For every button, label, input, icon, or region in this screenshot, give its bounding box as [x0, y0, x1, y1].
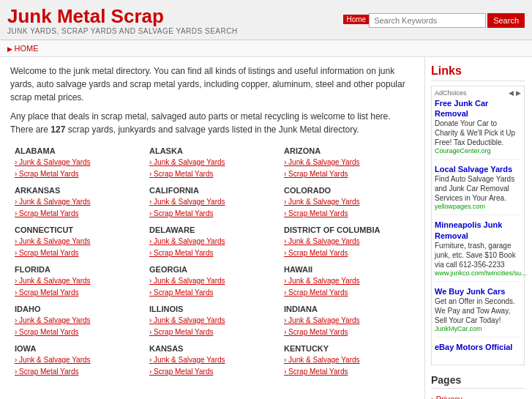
- georgia-scrap-link[interactable]: Scrap Metal Yards: [149, 287, 275, 299]
- arizona-scrap-link[interactable]: Scrap Metal Yards: [284, 168, 410, 180]
- links-section: Links AdChoices ◀ ▶ Free Junk Car Remova…: [431, 64, 525, 365]
- florida-junk-link[interactable]: Junk & Salvage Yards: [15, 275, 141, 287]
- ad-local-salvage-title[interactable]: Local Salvage Yards: [435, 164, 521, 174]
- ad-box: AdChoices ◀ ▶ Free Junk Car Removal Dona…: [431, 86, 525, 365]
- arizona-junk-link[interactable]: Junk & Salvage Yards: [284, 157, 410, 168]
- right-sidebar: Links AdChoices ◀ ▶ Free Junk Car Remova…: [424, 57, 531, 399]
- hawaii-scrap-link[interactable]: Scrap Metal Yards: [284, 287, 410, 299]
- ad-we-buy-url: JunkMyCar.com: [435, 325, 521, 332]
- connecticut-junk-link[interactable]: Junk & Salvage Yards: [15, 236, 141, 247]
- state-block-arizona: ARIZONA Junk & Salvage Yards Scrap Metal…: [280, 143, 414, 183]
- kansas-junk-link[interactable]: Junk & Salvage Yards: [149, 354, 275, 366]
- ad-local-salvage-url: yellowpages.com: [435, 203, 521, 210]
- state-block-indiana: INDIANA Junk & Salvage Yards Scrap Metal…: [280, 302, 414, 341]
- state-block-delaware: DELAWARE Junk & Salvage Yards Scrap Meta…: [145, 223, 280, 262]
- alabama-junk-link[interactable]: Junk & Salvage Yards: [15, 157, 141, 168]
- alabama-scrap-link[interactable]: Scrap Metal Yards: [15, 168, 141, 180]
- florida-scrap-link[interactable]: Scrap Metal Yards: [15, 287, 141, 299]
- site-subtitle: JUNK YARDS, SCRAP YARDS AND SALVAGE YARD…: [7, 27, 238, 35]
- ad-minneapolis-junk: Minneapolis Junk Removal Furniture, tras…: [435, 220, 521, 282]
- dc-junk-link[interactable]: Junk & Salvage Yards: [284, 236, 410, 247]
- ad-nav-icons: ◀ ▶: [509, 89, 521, 97]
- arkansas-junk-link[interactable]: Junk & Salvage Yards: [15, 196, 141, 208]
- state-col-1: ALASKA Junk & Salvage Yards Scrap Metal …: [145, 143, 280, 381]
- ad-we-buy-junk: We Buy Junk Cars Get an Offer in Seconds…: [435, 286, 521, 338]
- ad-free-junk-desc: Donate Your Car to Charity & We'll Pick …: [435, 119, 521, 147]
- ad-free-junk-title[interactable]: Free Junk Car Removal: [435, 98, 521, 119]
- kentucky-junk-link[interactable]: Junk & Salvage Yards: [284, 354, 410, 366]
- alaska-scrap-link[interactable]: Scrap Metal Yards: [149, 168, 275, 180]
- connecticut-scrap-link[interactable]: Scrap Metal Yards: [15, 247, 141, 259]
- colorado-scrap-link[interactable]: Scrap Metal Yards: [284, 208, 410, 220]
- indiana-scrap-link[interactable]: Scrap Metal Yards: [284, 327, 410, 338]
- georgia-junk-link[interactable]: Junk & Salvage Yards: [149, 275, 275, 287]
- state-block-florida: FLORIDA Junk & Salvage Yards Scrap Metal…: [10, 262, 145, 302]
- colorado-junk-link[interactable]: Junk & Salvage Yards: [284, 196, 410, 208]
- delaware-junk-link[interactable]: Junk & Salvage Yards: [149, 236, 275, 247]
- intro-text: Welcome to the junk metal directory. You…: [10, 64, 414, 136]
- ad-local-salvage-desc: Find Auto Salvage Yards and Junk Car Rem…: [435, 174, 521, 203]
- iowa-scrap-link[interactable]: Scrap Metal Yards: [15, 366, 141, 378]
- illinois-junk-link[interactable]: Junk & Salvage Yards: [149, 315, 275, 327]
- links-title: Links: [431, 64, 525, 81]
- delaware-scrap-link[interactable]: Scrap Metal Yards: [149, 247, 275, 259]
- ad-minneapolis-title[interactable]: Minneapolis Junk Removal: [435, 220, 521, 241]
- state-block-connecticut: CONNECTICUT Junk & Salvage Yards Scrap M…: [10, 223, 145, 262]
- content-area: Welcome to the junk metal directory. You…: [0, 57, 424, 399]
- ad-header: AdChoices ◀ ▶: [435, 89, 521, 97]
- state-block-dc: DISTRICT OF COLUMBIA Junk & Salvage Yard…: [280, 223, 414, 262]
- home-nav-link[interactable]: Home: [346, 15, 366, 23]
- pages-title: Pages: [431, 374, 525, 389]
- state-block-kentucky: KENTUCKY Junk & Salvage Yards Scrap Meta…: [280, 341, 414, 381]
- pages-section: Pages Privacy List Your Yard! Scrap Meta…: [431, 374, 525, 399]
- state-block-alabama: ALABAMA Junk & Salvage Yards Scrap Metal…: [10, 143, 145, 183]
- state-block-idaho: IDAHO Junk & Salvage Yards Scrap Metal Y…: [10, 302, 145, 341]
- state-block-hawaii: HAWAII Junk & Salvage Yards Scrap Metal …: [280, 262, 414, 302]
- intro-p2-after: scrap yards, junkyards and salvage yards…: [65, 124, 359, 135]
- header-left: Junk Metal Scrap JUNK YARDS, SCRAP YARDS…: [7, 6, 238, 35]
- page-privacy[interactable]: Privacy: [431, 392, 525, 399]
- california-junk-link[interactable]: Junk & Salvage Yards: [149, 196, 275, 208]
- idaho-junk-link[interactable]: Junk & Salvage Yards: [15, 315, 141, 327]
- iowa-junk-link[interactable]: Junk & Salvage Yards: [15, 354, 141, 366]
- intro-p1: Welcome to the junk metal directory. You…: [10, 64, 414, 104]
- state-block-illinois: ILLINOIS Junk & Salvage Yards Scrap Meta…: [145, 302, 280, 341]
- site-title: Junk Metal Scrap: [7, 6, 238, 27]
- yard-count: 127: [50, 124, 65, 135]
- header-right: Home Search: [343, 13, 525, 28]
- main-wrapper: Welcome to the junk metal directory. You…: [0, 57, 532, 399]
- state-block-california: CALIFORNIA Junk & Salvage Yards Scrap Me…: [145, 183, 280, 223]
- search-button[interactable]: Search: [487, 13, 525, 28]
- ad-we-buy-title[interactable]: We Buy Junk Cars: [435, 286, 521, 297]
- state-block-colorado: COLORADO Junk & Salvage Yards Scrap Meta…: [280, 183, 414, 223]
- indiana-junk-link[interactable]: Junk & Salvage Yards: [284, 315, 410, 327]
- hawaii-junk-link[interactable]: Junk & Salvage Yards: [284, 275, 410, 287]
- intro-p2: Any place that deals in scrap metal, sal…: [10, 110, 414, 136]
- ad-we-buy-desc: Get an Offer in Seconds. We Pay and Tow …: [435, 297, 521, 325]
- ad-local-salvage: Local Salvage Yards Find Auto Salvage Ya…: [435, 164, 521, 215]
- illinois-scrap-link[interactable]: Scrap Metal Yards: [149, 327, 275, 338]
- arkansas-scrap-link[interactable]: Scrap Metal Yards: [15, 208, 141, 220]
- breadcrumb-home-link[interactable]: HOME: [15, 44, 39, 53]
- state-block-georgia: GEORGIA Junk & Salvage Yards Scrap Metal…: [145, 262, 280, 302]
- ad-free-junk-url: CourageCenter.org: [435, 147, 521, 154]
- search-box: Search: [369, 13, 525, 28]
- ad-ebay-title[interactable]: eBay Motors Official: [435, 342, 521, 352]
- idaho-scrap-link[interactable]: Scrap Metal Yards: [15, 327, 141, 338]
- kansas-scrap-link[interactable]: Scrap Metal Yards: [149, 366, 275, 378]
- breadcrumb: HOME: [0, 40, 532, 57]
- state-col-0: ALABAMA Junk & Salvage Yards Scrap Metal…: [10, 143, 145, 381]
- search-input[interactable]: [369, 13, 486, 28]
- ad-minneapolis-desc: Furniture, trash, garage junk, etc. Save…: [435, 241, 521, 269]
- kentucky-scrap-link[interactable]: Scrap Metal Yards: [284, 366, 410, 378]
- alaska-junk-link[interactable]: Junk & Salvage Yards: [149, 157, 275, 168]
- state-col-2: ARIZONA Junk & Salvage Yards Scrap Metal…: [280, 143, 414, 381]
- state-block-alaska: ALASKA Junk & Salvage Yards Scrap Metal …: [145, 143, 280, 183]
- states-grid: ALABAMA Junk & Salvage Yards Scrap Metal…: [10, 143, 414, 381]
- ad-minneapolis-url: www.junkco.com/twincities/su...: [435, 269, 521, 277]
- dc-scrap-link[interactable]: Scrap Metal Yards: [284, 247, 410, 259]
- california-scrap-link[interactable]: Scrap Metal Yards: [149, 208, 275, 220]
- state-block-iowa: IOWA Junk & Salvage Yards Scrap Metal Ya…: [10, 341, 145, 381]
- ad-free-junk-car: Free Junk Car Removal Donate Your Car to…: [435, 98, 521, 160]
- ad-ebay-motors: eBay Motors Official: [435, 342, 521, 357]
